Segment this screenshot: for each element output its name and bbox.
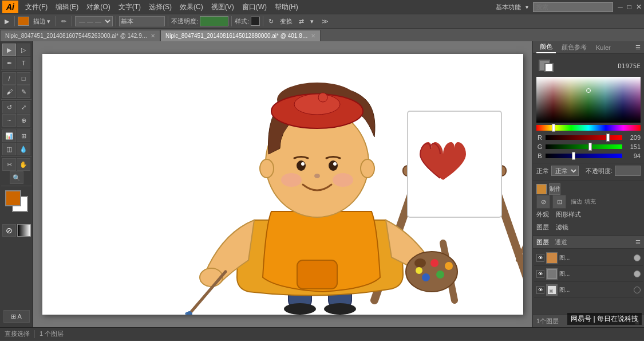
zoom-tool[interactable]: 🔍	[10, 171, 23, 184]
stroke-color-box[interactable]	[18, 17, 29, 26]
search-box	[533, 2, 613, 12]
transform-btn[interactable]: 变换	[278, 17, 295, 26]
layers-menu-icon[interactable]: ☰	[635, 239, 641, 245]
tool-sep-1	[1, 70, 31, 71]
gradient-tool[interactable]: ◫	[2, 143, 16, 155]
blend-mode-select[interactable]: 正常	[551, 166, 579, 176]
spectrum-box[interactable]	[536, 77, 641, 123]
tab-1[interactable]: Nipic_8047451_20140816075445263000.ai* @…	[0, 30, 160, 41]
appearance-color-swatch[interactable]	[536, 184, 547, 194]
r-track[interactable]	[546, 135, 622, 140]
channels-tab[interactable]: 通道	[555, 238, 567, 246]
blend-tool[interactable]: ⊕	[17, 114, 30, 127]
rect-tool[interactable]: □	[17, 72, 30, 85]
more-options-icon[interactable]: ≫	[319, 17, 331, 26]
paint-brush-tool[interactable]: 🖌	[2, 85, 16, 98]
more-icon[interactable]: ▾	[308, 17, 316, 26]
panel-menu-icon[interactable]: ☰	[635, 44, 641, 50]
kuler-tab[interactable]: Kuler	[592, 43, 614, 52]
hand-tool[interactable]: ✋	[17, 158, 30, 171]
mesh-tool[interactable]: ⊞	[17, 130, 30, 142]
color-bg-small[interactable]	[544, 63, 554, 72]
tab-1-close[interactable]: ✕	[151, 33, 155, 39]
menu-help[interactable]: 帮助(H)	[271, 1, 302, 13]
watermark: 网易号 | 每日在说科技	[567, 313, 642, 325]
toolbar: ▶ 描边 ▾ ✏ — — — 不透明度: 100% 样式: ↻ 变换 ⇄ ▾ ≫	[0, 14, 644, 29]
stroke-width-input[interactable]	[119, 16, 165, 26]
menu-file[interactable]: 文件(F)	[22, 1, 51, 13]
color-boxes	[4, 190, 29, 215]
fill-none[interactable]: ⊘	[2, 224, 16, 237]
menu-view[interactable]: 视图(V)	[208, 1, 238, 13]
layer-thumb-2	[546, 268, 558, 280]
b-label: B	[536, 152, 543, 159]
fill-btn[interactable]: ⊡	[552, 195, 566, 209]
dropdown-icon[interactable]: ▾	[526, 4, 528, 10]
eyedropper-tool[interactable]: 💧	[17, 143, 30, 155]
menu-text[interactable]: 文字(T)	[115, 1, 144, 13]
layer-circle-1	[634, 254, 641, 261]
graph-tool[interactable]: 📊	[2, 130, 16, 142]
select-tool[interactable]: ▶	[2, 44, 16, 56]
layer-name-1: 图...	[559, 254, 632, 262]
layer-eye-3[interactable]: 👁	[536, 286, 544, 294]
canvas-area[interactable]	[33, 41, 532, 327]
menu-window[interactable]: 窗口(W)	[239, 1, 270, 13]
scale-tool[interactable]: ⤢	[17, 101, 30, 113]
stroke-btn[interactable]: ⊘	[536, 195, 550, 209]
appearance-row-1: 制作蒙版	[536, 183, 641, 195]
warp-tool[interactable]: ~	[2, 114, 16, 127]
color-tab[interactable]: 颜色	[536, 41, 556, 53]
artboard-tool[interactable]: ⊞ A	[3, 310, 30, 323]
tab-2-close[interactable]: ✕	[311, 33, 315, 39]
pencil-tool[interactable]: ✎	[17, 85, 30, 98]
menu-object[interactable]: 对象(O)	[83, 1, 113, 13]
search-input[interactable]	[536, 3, 610, 10]
layer-item-3[interactable]: 👁 ▣ 图...	[534, 282, 643, 298]
color-icons-row: D1975E	[536, 57, 641, 75]
opacity-input[interactable]: 100%	[200, 16, 228, 26]
tab-2[interactable]: Nipic_8047451_20140816145012880000.ai* @…	[160, 30, 321, 41]
stroke-dropdown-icon[interactable]: ▾	[47, 18, 50, 25]
layer-item[interactable]: 👁 图...	[534, 250, 643, 266]
close-icon[interactable]: ✕	[636, 3, 642, 11]
g-track[interactable]	[546, 144, 622, 149]
type-tool[interactable]: T	[17, 57, 30, 69]
line-tool[interactable]: /	[2, 72, 16, 85]
stroke-style-select[interactable]: — — —	[75, 16, 113, 26]
svg-point-20	[445, 262, 453, 270]
selection-tool-btn[interactable]: ▶	[2, 17, 11, 26]
b-track[interactable]	[546, 154, 622, 158]
scissors-tool[interactable]: ✂	[2, 158, 16, 171]
pen-tool[interactable]: ✒	[2, 57, 16, 69]
brush-tool[interactable]: ✏	[59, 17, 69, 26]
opacity-label: 不透明度:	[586, 167, 613, 175]
status-sep	[34, 330, 35, 338]
gradient-fill[interactable]	[17, 224, 31, 237]
rotate-icon[interactable]: ↻	[266, 17, 276, 26]
opacity-value-input[interactable]: 100%	[615, 166, 641, 176]
menu-right: 基本功能 ▾ ─ □ ✕	[496, 2, 642, 12]
style-color-box[interactable]	[251, 17, 260, 26]
layers-tab[interactable]: 图层	[536, 238, 549, 246]
maximize-icon[interactable]: □	[627, 3, 631, 11]
toolbar-sep-3	[72, 16, 72, 26]
menu-effect[interactable]: 效果(C)	[176, 1, 207, 13]
rotate-tool[interactable]: ↺	[2, 101, 16, 113]
layer-thumb-3: ▣	[546, 284, 558, 296]
direct-select-tool[interactable]: ▷	[17, 44, 30, 56]
menu-edit[interactable]: 编辑(E)	[52, 1, 82, 13]
layer-eye-2[interactable]: 👁	[536, 270, 544, 278]
mirror-icon[interactable]: ⇄	[297, 17, 306, 26]
svg-point-38	[361, 159, 374, 178]
make-mask-btn[interactable]: 制作蒙版	[549, 183, 560, 195]
layer-item-2[interactable]: 👁 图...	[534, 266, 643, 282]
hue-slider[interactable]	[536, 125, 641, 131]
minimize-icon[interactable]: ─	[618, 3, 623, 11]
color-ref-tab[interactable]: 颜色参考	[558, 42, 590, 53]
menu-select[interactable]: 选择(S)	[145, 1, 175, 13]
transform-label: 变换	[280, 17, 293, 26]
stroke-dropdown[interactable]: 描边 ▾	[31, 17, 53, 26]
layer-eye-1[interactable]: 👁	[536, 254, 544, 262]
foreground-color-box[interactable]	[5, 190, 21, 206]
